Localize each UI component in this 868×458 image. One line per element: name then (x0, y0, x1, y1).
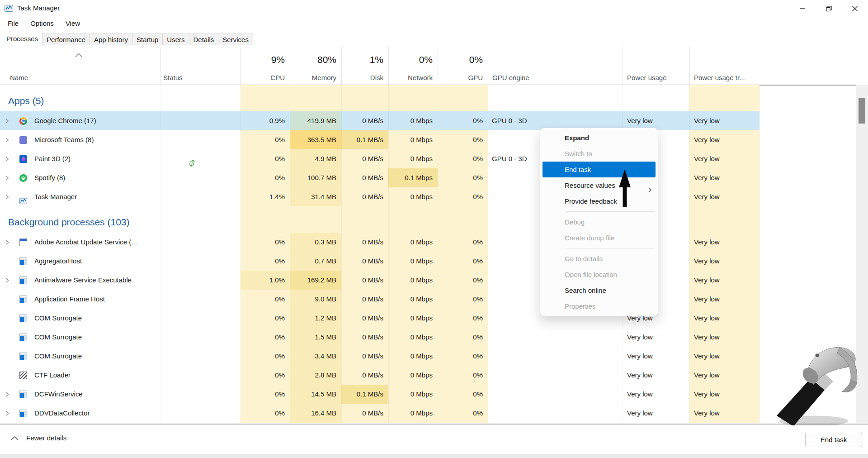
menu-item-create-dump-file[interactable]: Create dump file (540, 230, 658, 246)
column-header-cpu[interactable]: 9% CPU (241, 47, 290, 85)
menu-item-end-task[interactable]: End task (542, 162, 656, 177)
cpu-total-usage: 9% (271, 54, 285, 65)
expand-chevron-icon[interactable] (5, 175, 13, 181)
process-name: CTF Loader (34, 366, 71, 385)
power-usage-trend-cell: Very low (689, 149, 760, 168)
menu-item-resource-values[interactable]: Resource values (540, 177, 658, 193)
disk-cell (341, 206, 388, 233)
tab-performance[interactable]: Performance (42, 33, 90, 45)
name-cell: Task Manager (0, 187, 160, 206)
column-header-gpu-engine[interactable]: GPU engine (488, 47, 623, 85)
column-header-status[interactable]: Status (160, 47, 241, 85)
menubar-item-options[interactable]: Options (24, 17, 60, 30)
network-cell: 0 Mbps (388, 233, 438, 252)
process-name: Paint 3D (2) (34, 149, 71, 168)
menubar-item-file[interactable]: File (2, 17, 24, 30)
menu-item-label: Open file location (565, 271, 617, 278)
network-cell: 0 Mbps (388, 111, 438, 130)
tab-details[interactable]: Details (189, 33, 219, 45)
cpu-cell: 0% (241, 347, 290, 366)
menu-item-debug[interactable]: Debug (540, 214, 658, 230)
cpu-cell: 0.9% (241, 111, 290, 130)
expand-chevron-icon[interactable] (5, 239, 13, 245)
process-name: Antimalware Service Executable (34, 271, 132, 290)
tab-services[interactable]: Services (218, 33, 253, 45)
expand-chevron-icon[interactable] (5, 156, 13, 162)
menu-item-provide-feedback[interactable]: Provide feedback (540, 193, 658, 209)
menu-separator (566, 248, 654, 248)
section-row[interactable]: Apps (5) (0, 85, 760, 111)
vertical-scrollbar[interactable] (856, 85, 868, 423)
section-label: Apps (5) (8, 95, 44, 106)
disk-cell: 0 MB/s (341, 111, 388, 130)
column-header-network[interactable]: 0% Network (388, 47, 438, 85)
menu-item-expand[interactable]: Expand (540, 130, 658, 146)
process-row[interactable]: DCFWinService0%14.5 MB0.1 MB/s0 Mbps0%Ve… (0, 385, 760, 404)
window-title: Task Manager (17, 4, 60, 12)
gpu-cell: 0% (438, 404, 488, 423)
process-row[interactable]: COM Surrogate0%3.4 MB0 MB/s0 Mbps0%Very … (0, 347, 760, 366)
menu-item-properties[interactable]: Properties (540, 298, 658, 314)
power-usage-trend-cell: Very low (689, 111, 760, 130)
close-button[interactable] (842, 0, 868, 17)
winblue-icon (19, 391, 27, 398)
menubar-item-view[interactable]: View (60, 17, 86, 30)
winblue-icon (19, 296, 27, 303)
process-name: Microsoft Teams (8) (34, 130, 94, 149)
task-manager-app-icon (5, 4, 13, 13)
end-task-button[interactable]: End task (805, 432, 862, 447)
network-cell: 0 Mbps (388, 149, 438, 168)
process-name: DDVDataCollector (34, 404, 90, 423)
cpu-cell: 0% (241, 130, 290, 149)
memory-cell: 0.3 MB (290, 233, 341, 252)
restore-button[interactable] (816, 0, 842, 17)
column-header-name[interactable]: Name (0, 47, 160, 85)
column-header-gpu[interactable]: 0% GPU (438, 47, 488, 85)
column-header-disk[interactable]: 1% Disk (341, 47, 388, 85)
column-header-power-usage-trend[interactable]: Power usage tr... (689, 47, 760, 85)
memory-total-usage: 80% (317, 54, 336, 65)
menu-item-switch-to[interactable]: Switch to (540, 146, 658, 162)
network-cell: 0 Mbps (388, 309, 438, 328)
tab-app-history[interactable]: App history (90, 33, 132, 45)
process-row[interactable]: COM Surrogate0%1.5 MB0 MB/s0 Mbps0%Very … (0, 328, 760, 347)
power-usage-trend-cell: Very low (689, 187, 760, 206)
column-header-memory[interactable]: 80% Memory (290, 47, 341, 85)
expand-chevron-icon[interactable] (5, 137, 13, 143)
window-controls (789, 0, 868, 17)
expand-chevron-icon[interactable] (5, 277, 13, 283)
tab-startup[interactable]: Startup (132, 33, 163, 45)
winblue-icon (19, 258, 27, 265)
column-header-power-usage[interactable]: Power usage (623, 47, 689, 85)
power-usage-trend-cell: Very low (689, 309, 760, 328)
process-row[interactable]: CTF Loader0%2.8 MB0 MB/s0 Mbps0%Very low… (0, 366, 760, 385)
gpu-engine-cell (488, 404, 623, 423)
memory-cell: 1.2 MB (290, 309, 341, 328)
tab-processes[interactable]: Processes (2, 32, 42, 46)
gpu-engine-cell (488, 366, 623, 385)
expand-chevron-icon[interactable] (5, 194, 13, 200)
minimize-button[interactable] (789, 0, 816, 17)
network-cell: 0 Mbps (388, 187, 438, 206)
name-cell: COM Surrogate (0, 309, 160, 328)
menu-item-go-to-details[interactable]: Go to details (540, 251, 658, 267)
fewer-details-toggle[interactable]: Fewer details (9, 434, 66, 442)
power-usage-trend-cell: Very low (689, 347, 760, 366)
scrollbar-thumb[interactable] (859, 98, 865, 124)
memory-cell (290, 85, 341, 111)
disk-cell: 0 MB/s (341, 404, 388, 423)
disk-cell: 0 MB/s (341, 233, 388, 252)
cpu-cell: 0% (241, 149, 290, 168)
expand-chevron-icon[interactable] (5, 391, 13, 397)
process-row[interactable]: DDVDataCollector0%16.4 MB0 MB/s0 Mbps0%V… (0, 404, 760, 423)
status-cell (160, 149, 241, 168)
process-name: COM Surrogate (34, 347, 82, 366)
power-usage-trend-cell: Very low (689, 233, 760, 252)
menu-item-search-online[interactable]: Search online (540, 282, 658, 298)
expand-chevron-icon[interactable] (5, 118, 13, 124)
memory-cell: 1.5 MB (290, 328, 341, 347)
menu-item-open-file-location[interactable]: Open file location (540, 267, 658, 282)
expand-chevron-icon[interactable] (5, 410, 13, 416)
memory-cell: 14.5 MB (290, 385, 341, 404)
tab-users[interactable]: Users (162, 33, 189, 45)
